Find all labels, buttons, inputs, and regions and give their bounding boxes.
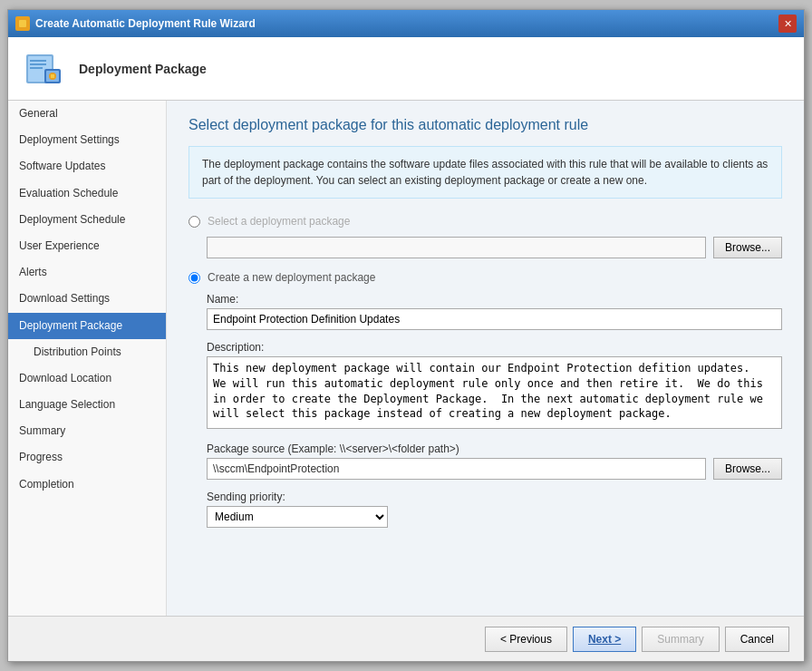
sidebar-item-user-experience[interactable]: User Experience — [8, 233, 166, 259]
sidebar-item-completion[interactable]: Completion — [8, 472, 166, 498]
sidebar-item-download-settings[interactable]: Download Settings — [8, 286, 166, 312]
select-existing-radio[interactable] — [188, 216, 200, 228]
package-source-label: Package source (Example: \\<server>\<fol… — [207, 442, 782, 455]
cancel-button[interactable]: Cancel — [725, 627, 789, 652]
content-area: Select deployment package for this autom… — [167, 101, 804, 616]
package-source-browse-button[interactable]: Browse... — [713, 458, 782, 480]
title-bar: Create Automatic Deployment Rule Wizard … — [8, 10, 804, 37]
sidebar-item-evaluation-schedule[interactable]: Evaluation Schedule — [8, 180, 166, 207]
create-new-label[interactable]: Create a new deployment package — [208, 271, 375, 284]
svg-rect-6 — [30, 67, 43, 69]
sending-priority-select[interactable]: Low Medium High — [207, 506, 388, 528]
sidebar-item-deployment-settings[interactable]: Deployment Settings — [8, 127, 166, 153]
select-existing-input[interactable] — [207, 237, 706, 258]
sidebar-item-general[interactable]: General — [8, 101, 166, 127]
sidebar-item-deployment-package[interactable]: Deployment Package — [8, 313, 166, 339]
name-field-group: Name: — [207, 293, 782, 330]
sidebar: General Deployment Settings Software Upd… — [8, 101, 167, 616]
sidebar-item-summary[interactable]: Summary — [8, 418, 166, 444]
svg-rect-5 — [30, 63, 46, 65]
select-existing-browse-row: Browse... — [207, 237, 782, 258]
select-existing-label[interactable]: Select a deployment package — [208, 215, 350, 228]
description-textarea-wrapper — [207, 356, 782, 432]
sidebar-item-software-updates[interactable]: Software Updates — [8, 153, 166, 180]
title-bar-controls: ✕ — [778, 15, 797, 33]
main-content: General Deployment Settings Software Upd… — [8, 101, 804, 616]
next-button[interactable]: Next > — [573, 627, 636, 652]
sidebar-item-download-location[interactable]: Download Location — [8, 365, 166, 392]
svg-rect-10 — [51, 74, 54, 78]
summary-button[interactable]: Summary — [642, 627, 719, 652]
content-title: Select deployment package for this autom… — [188, 117, 782, 133]
info-text: The deployment package contains the soft… — [202, 158, 768, 187]
title-bar-left: Create Automatic Deployment Rule Wizard — [15, 16, 256, 31]
create-new-option: Create a new deployment package — [188, 271, 782, 284]
header-section: Deployment Package — [8, 37, 804, 101]
description-label: Description: — [207, 341, 782, 354]
description-textarea[interactable] — [207, 356, 782, 429]
svg-rect-4 — [30, 60, 46, 62]
package-source-row: Browse... — [207, 458, 782, 480]
name-input[interactable] — [207, 308, 782, 330]
close-button[interactable]: ✕ — [778, 15, 797, 33]
info-box: The deployment package contains the soft… — [188, 146, 782, 199]
previous-button[interactable]: < Previous — [485, 627, 567, 652]
sidebar-item-language-selection[interactable]: Language Selection — [8, 392, 166, 418]
sidebar-item-distribution-points[interactable]: Distribution Points — [8, 339, 166, 365]
app-icon — [15, 16, 30, 31]
description-field-group: Description: — [207, 341, 782, 432]
sidebar-item-deployment-schedule[interactable]: Deployment Schedule — [8, 207, 166, 233]
wizard-window: Create Automatic Deployment Rule Wizard … — [7, 9, 805, 662]
sending-priority-group: Sending priority: Low Medium High — [207, 491, 782, 528]
create-new-radio[interactable] — [188, 272, 200, 284]
header-title: Deployment Package — [79, 62, 207, 76]
footer: < Previous Next > Summary Cancel — [8, 616, 804, 661]
package-source-input[interactable] — [207, 458, 706, 480]
svg-rect-1 — [19, 20, 26, 27]
name-label: Name: — [207, 293, 782, 306]
select-existing-browse-button[interactable]: Browse... — [713, 237, 782, 258]
select-existing-option: Select a deployment package — [188, 215, 782, 228]
sending-priority-label: Sending priority: — [207, 491, 782, 503]
header-icon — [23, 47, 66, 91]
sidebar-item-alerts[interactable]: Alerts — [8, 259, 166, 286]
sidebar-item-progress[interactable]: Progress — [8, 444, 166, 471]
window-title: Create Automatic Deployment Rule Wizard — [35, 17, 256, 30]
